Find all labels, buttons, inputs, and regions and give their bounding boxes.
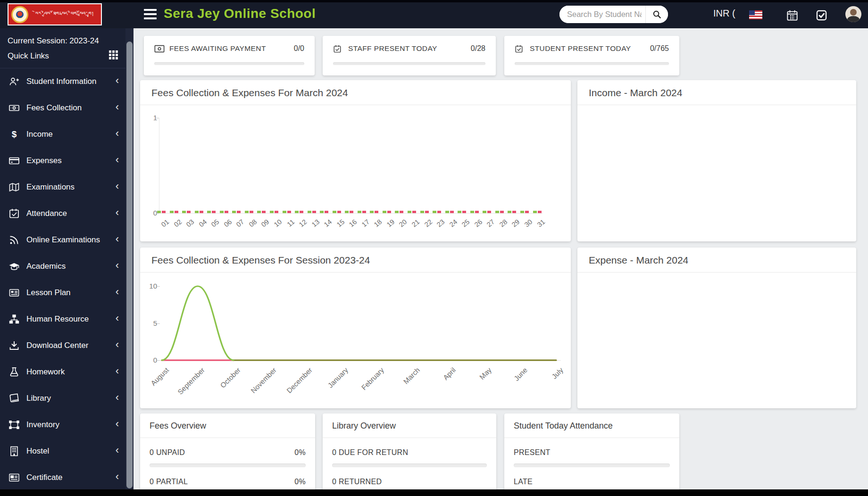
svg-text:$: $	[12, 129, 17, 139]
bar-expenses	[337, 211, 341, 213]
sidebar-item-certificate[interactable]: Certificate ‹	[0, 464, 125, 491]
y-axis-tick	[157, 323, 160, 324]
search-icon[interactable]	[645, 6, 668, 23]
sidebar-item-examinations[interactable]: Examinations ‹	[0, 174, 125, 200]
sidebar-item-label: Library	[26, 394, 116, 403]
bar-expenses	[538, 211, 542, 213]
book-icon	[8, 393, 20, 404]
sidebar-item-expenses[interactable]: Expenses ‹	[0, 148, 125, 174]
x-axis-label: 29	[510, 218, 521, 229]
bar-fees	[345, 211, 349, 213]
sidebar-item-homework[interactable]: Homework ‹	[0, 359, 125, 385]
x-axis-label: 16	[348, 218, 359, 229]
sidebar-item-lesson-plan[interactable]: Lesson Plan ‹	[0, 280, 125, 306]
x-axis-label: January	[326, 366, 350, 389]
row-label: 0 DUE FOR RETURN	[332, 448, 408, 457]
dollar-icon: $	[8, 129, 20, 140]
window-bottom-edge	[0, 489, 868, 496]
sidebar-item-student-information[interactable]: Student Information ‹	[0, 68, 125, 95]
x-axis-label: 20	[398, 218, 409, 229]
hamburger-menu-icon[interactable]	[144, 9, 157, 19]
bar-fees	[295, 211, 299, 213]
sidebar-item-online-examinations[interactable]: Online Examinations ‹	[0, 227, 125, 253]
sidebar-item-attendance[interactable]: Attendance ‹	[0, 200, 125, 227]
stat-card-student-present[interactable]: STUDENT PRESENT TODAY 0/765	[504, 36, 679, 75]
calendar-check-icon	[333, 44, 343, 53]
stat-label: STUDENT PRESENT TODAY	[530, 44, 650, 53]
x-axis-label: 14	[323, 218, 334, 229]
grid-icon[interactable]	[109, 50, 118, 61]
bar-fees	[170, 211, 174, 213]
bar-fees	[207, 211, 211, 213]
sidebar-item-human-resource[interactable]: Human Resource ‹	[0, 306, 125, 332]
flask-icon	[8, 366, 20, 378]
bar-fees	[433, 211, 436, 213]
sidebar-item-fees-collection[interactable]: Fees Collection ‹	[0, 95, 125, 121]
stat-card-staff-present[interactable]: STAFF PRESENT TODAY 0/28	[323, 36, 496, 75]
session-chart-plot: 1050AugustSeptemberOctoberNovemberDecemb…	[140, 248, 571, 408]
card-title: Student Today Attendance	[504, 413, 679, 438]
calendar-check-icon	[8, 208, 20, 219]
sidebar-item-label: Online Examinations	[26, 235, 116, 245]
x-axis-label: February	[360, 366, 385, 391]
bar-expenses	[525, 211, 529, 213]
download-icon	[8, 340, 20, 351]
sidebar-item-academics[interactable]: Academics ‹	[0, 253, 125, 280]
tasks-check-icon[interactable]	[815, 9, 828, 22]
search-input[interactable]	[559, 6, 645, 23]
bar-expenses	[237, 211, 241, 213]
sidebar-item-download-center[interactable]: Download Center ‹	[0, 332, 125, 359]
bar-expenses	[500, 211, 504, 213]
quick-links[interactable]: Quick Links	[0, 46, 125, 68]
card-title: Library Overview	[323, 413, 496, 438]
stat-card-fees-awaiting[interactable]: FEES AWAITING PAYMENT 0/0	[144, 36, 315, 75]
bar-expenses	[375, 211, 378, 213]
sidebar-item-library[interactable]: Library ‹	[0, 385, 125, 412]
x-axis-label: 15	[335, 218, 346, 229]
user-avatar[interactable]	[845, 6, 861, 22]
vertical-scrollbar[interactable]	[125, 28, 134, 496]
y-axis-tick-label: 5	[140, 319, 157, 327]
row-label: 0 PARTIAL	[150, 478, 188, 486]
income-panel: Income - March 2024	[577, 80, 856, 241]
bar-expenses	[325, 211, 328, 213]
language-flag-icon[interactable]	[749, 10, 762, 19]
x-axis-label: 22	[423, 218, 434, 229]
expense-panel-title: Expense - March 2024	[577, 248, 856, 273]
x-axis-label: 31	[535, 218, 546, 229]
x-axis-label: 02	[172, 218, 183, 229]
sidebar-item-inventory[interactable]: Inventory ‹	[0, 412, 125, 438]
chevron-left-icon: ‹	[116, 76, 119, 87]
bar-fees	[420, 211, 424, 213]
school-logo[interactable]: སེར་བྱེས་ཐོག་སྐད་ཡིག་སློབ་གྲྭ།	[8, 3, 102, 25]
currency-selector[interactable]: INR (	[713, 8, 735, 19]
bar-fees	[408, 211, 411, 213]
bar-fees	[483, 211, 486, 213]
lesson-plan-icon	[8, 287, 20, 298]
sidebar-item-hostel[interactable]: Hostel ‹	[0, 438, 125, 464]
chevron-left-icon: ‹	[116, 182, 119, 193]
bar-expenses	[225, 211, 228, 213]
x-axis-label: 06	[222, 218, 233, 229]
stat-value: 0/28	[471, 44, 485, 53]
row-label: 0 RETURNED	[332, 478, 382, 486]
sidebar-item-income[interactable]: $ Income ‹	[0, 121, 125, 148]
graduation-cap-icon	[8, 261, 20, 272]
bar-fees	[508, 211, 511, 213]
bar-expenses	[187, 211, 191, 213]
bar-fees	[220, 211, 224, 213]
bar-expenses	[400, 211, 403, 213]
x-axis-label: 26	[473, 218, 484, 229]
scrollbar-thumb[interactable]	[126, 41, 133, 488]
bar-expenses	[175, 211, 178, 213]
stat-value: 0/765	[650, 44, 669, 53]
logo-tibetan-text: སེར་བྱེས་ཐོག་སྐད་ཡིག་སློབ་གྲྭ།	[31, 11, 98, 17]
progress-bar	[332, 463, 487, 467]
bar-fees	[320, 211, 324, 213]
certificate-icon	[8, 472, 20, 483]
bar-expenses	[487, 211, 491, 213]
bar-fees	[270, 211, 274, 213]
calendar-icon[interactable]	[786, 9, 799, 22]
progress-bar	[154, 62, 304, 65]
quick-links-label: Quick Links	[8, 51, 49, 61]
